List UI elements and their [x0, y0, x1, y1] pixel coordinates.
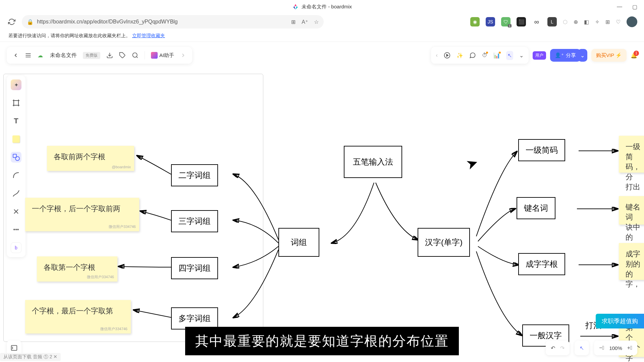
- pointer-button[interactable]: ↖: [580, 345, 584, 351]
- text-size-icon[interactable]: A⁺: [302, 19, 308, 25]
- undo-button[interactable]: ↶: [551, 345, 555, 351]
- minimize-icon[interactable]: —: [617, 4, 622, 10]
- node-yiji[interactable]: 一级简码: [518, 139, 565, 161]
- sticky-note[interactable]: 成字 别的 的字，: [619, 243, 644, 280]
- node-jianming[interactable]: 键名词: [517, 197, 555, 219]
- canvas[interactable]: 各取前两个字根@boardmix 一个字根，后一个字取前两微信用户334746 …: [0, 42, 644, 362]
- sticky-note[interactable]: 一级简 码，分 打出: [619, 136, 644, 173]
- reader-icon[interactable]: ⊞: [291, 19, 296, 25]
- node-er[interactable]: 二字词组: [171, 164, 218, 186]
- manage-bookmarks-link[interactable]: 立即管理收藏夹: [132, 33, 165, 39]
- bottom-right-controls: ↶ ↷ ↖ −⃝ 100% +⃝: [546, 341, 637, 355]
- sidebar-icon[interactable]: ◧: [584, 19, 589, 25]
- extensions-menu-icon[interactable]: ⊕: [574, 19, 578, 25]
- zoom-level[interactable]: 100%: [609, 345, 622, 351]
- window-title: 未命名文件 - boardmix: [302, 4, 352, 10]
- bookmark-hint: 若要进行快速访问，请将你的网址收藏放在此收藏夹栏上。: [8, 33, 130, 39]
- sticky-note[interactable]: 各取前两个字根@boardmix: [47, 146, 134, 171]
- url-text: https://boardmix.cn/app/editor/DBvGvInxz…: [37, 19, 288, 25]
- zoom-out-button[interactable]: −⃝: [599, 345, 604, 351]
- extension-icon[interactable]: JS: [486, 17, 495, 26]
- browser-addressbar: 🔒 https://boardmix.cn/app/editor/DBvGvIn…: [0, 13, 644, 30]
- node-san[interactable]: 三字词组: [171, 210, 218, 232]
- node-chengzi[interactable]: 成字字根: [518, 253, 565, 275]
- sticky-note[interactable]: 一个字根，后一个字取前两微信用户334746: [25, 198, 139, 231]
- sticky-note[interactable]: 个字根，最后一个字取第微信用户334746: [25, 300, 131, 334]
- sticky-note[interactable]: 各取第一个字根微信用户334746: [37, 256, 117, 282]
- extension-icon[interactable]: ⬛: [517, 17, 526, 26]
- zoom-in-button[interactable]: +⃝: [627, 345, 632, 351]
- favorites-icon[interactable]: ✧: [595, 19, 599, 25]
- maximize-icon[interactable]: ▢: [632, 4, 637, 10]
- adblock-icon[interactable]: 🛡1: [501, 17, 511, 26]
- promo-tag[interactable]: 求职季超值购: [596, 314, 644, 328]
- star-icon[interactable]: ☆: [314, 19, 319, 25]
- profile-avatar[interactable]: [627, 16, 637, 27]
- url-box[interactable]: 🔒 https://boardmix.cn/app/editor/DBvGvIn…: [22, 15, 324, 28]
- sticky-note[interactable]: 键名词 诀中的: [619, 196, 644, 225]
- download-strip[interactable]: 从该页面下载 音频 ① 2 ✕: [0, 353, 61, 361]
- extension-icon[interactable]: ∞: [532, 17, 541, 26]
- node-si[interactable]: 四字词组: [171, 257, 218, 279]
- extension-icon[interactable]: ⬡: [563, 19, 568, 25]
- cursor-overlay-icon: ➤: [464, 154, 481, 173]
- video-subtitle: 其中最重要的就是要知道字根的分布位置: [185, 327, 459, 355]
- node-cizu[interactable]: 词组: [278, 228, 319, 257]
- node-hanzi[interactable]: 汉字(单字): [418, 228, 470, 257]
- window-titlebar: 未命名文件 - boardmix — ▢: [0, 0, 644, 13]
- extension-icon[interactable]: L: [547, 17, 557, 26]
- svg-rect-14: [11, 346, 17, 351]
- bookmark-bar: 若要进行快速访问，请将你的网址收藏放在此收藏夹栏上。 立即管理收藏夹: [0, 30, 644, 42]
- collections-icon[interactable]: ⊞: [605, 19, 610, 25]
- redo-button[interactable]: ↷: [560, 345, 565, 351]
- app-logo-icon: [292, 3, 299, 10]
- refresh-button[interactable]: [7, 17, 17, 27]
- node-root[interactable]: 五笔输入法: [344, 146, 402, 178]
- node-duo[interactable]: 多字词组: [171, 307, 218, 329]
- lock-icon: 🔒: [27, 19, 34, 25]
- heart-icon[interactable]: ♡: [616, 19, 621, 25]
- extension-icon[interactable]: ◉: [470, 17, 480, 26]
